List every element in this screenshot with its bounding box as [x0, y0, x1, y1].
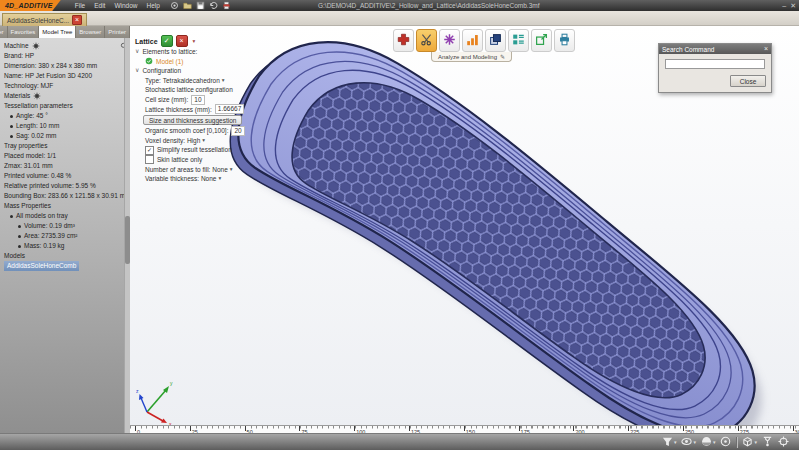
search-dialog-close-button[interactable]: Close: [730, 75, 766, 87]
visibility-eye-button[interactable]: ▾: [681, 433, 696, 450]
areas-to-fill-dropdown[interactable]: None: [212, 165, 228, 175]
apply-button[interactable]: ✓: [161, 35, 173, 47]
chevron-down-icon[interactable]: ▾: [674, 439, 677, 445]
view-cube-button[interactable]: ▾: [742, 433, 757, 450]
tree-row[interactable]: All models on tray: [4, 211, 128, 221]
tree-row[interactable]: Sag: 0.02 mm: [4, 131, 128, 141]
gear-icon[interactable]: [32, 42, 40, 50]
tab-favorites[interactable]: Favorites: [8, 26, 40, 38]
thickness-input[interactable]: 1.66667: [215, 104, 245, 114]
cancel-button[interactable]: ×: [176, 35, 188, 47]
menu-edit[interactable]: Edit: [94, 0, 105, 11]
light-sphere-button[interactable]: [720, 433, 731, 450]
crosshair-target-button[interactable]: [778, 433, 789, 450]
ruler-tick: [519, 426, 520, 431]
settings-icon[interactable]: [170, 1, 179, 10]
print-icon[interactable]: [222, 1, 231, 10]
lattice-tool-button[interactable]: [439, 29, 460, 52]
type-dropdown[interactable]: Tetrakaidecahedron: [163, 76, 220, 86]
collapse-icon[interactable]: ∨: [135, 47, 139, 57]
tree-row[interactable]: Tray properties: [4, 141, 128, 151]
lattice-model-item[interactable]: Model (1): [135, 57, 269, 67]
variable-thickness-dropdown[interactable]: None: [201, 174, 217, 184]
menu-window[interactable]: Window: [114, 0, 137, 11]
bullet-icon: [10, 125, 13, 128]
menu-help[interactable]: Help: [147, 0, 160, 11]
simplify-checkbox[interactable]: ✓: [145, 146, 154, 155]
stochastic-config-link[interactable]: Stochastic lattice configuration: [145, 85, 233, 95]
type-label: Type:: [145, 76, 161, 86]
tab-explorer[interactable]: Explorer: [0, 26, 8, 38]
tree-row[interactable]: Brand: HP: [4, 51, 128, 61]
search-command-input[interactable]: [665, 59, 765, 69]
menu-file[interactable]: File: [75, 0, 85, 11]
tree-row[interactable]: AddidasSoleHoneComb: [4, 261, 128, 271]
repair-tool-button[interactable]: [393, 29, 414, 52]
tree-row[interactable]: Technology: MJF: [4, 81, 128, 91]
chevron-down-icon: ▾: [218, 174, 221, 184]
document-tab-label: AddidasSoleHoneC...: [7, 17, 69, 24]
cut-tool-button[interactable]: [416, 29, 437, 52]
undo-icon[interactable]: [209, 1, 218, 10]
tree-row[interactable]: Mass Properties: [4, 201, 128, 211]
tree-row[interactable]: Volume: 0.19 dm³: [4, 221, 128, 231]
minimize-button[interactable]: –: [782, 0, 786, 11]
bullet-icon: [18, 245, 21, 248]
search-dialog-close-icon[interactable]: ×: [764, 44, 768, 54]
close-button[interactable]: ✕: [790, 0, 796, 11]
tree-row[interactable]: Models: [4, 251, 128, 261]
tree-row[interactable]: Zmax: 31.01 mm: [4, 161, 128, 171]
export-tool-button[interactable]: [531, 29, 552, 52]
voxel-density-dropdown[interactable]: High: [187, 136, 200, 146]
gear-icon[interactable]: [33, 92, 41, 100]
filter-funnel-button[interactable]: ▾: [662, 433, 677, 450]
printer-3d-button[interactable]: [762, 433, 773, 450]
menubar-icons: [170, 1, 231, 10]
document-tab[interactable]: AddidasSoleHoneC... ×: [2, 13, 87, 26]
tab-model-tree[interactable]: Model Tree: [39, 26, 76, 38]
print-tool-button[interactable]: [554, 29, 575, 52]
collapse-icon[interactable]: ∨: [135, 66, 139, 76]
ribbon-tab-analyze[interactable]: Analyze and Modeling ✎: [431, 52, 512, 62]
tree-row[interactable]: Relative printed volume: 5.95 %: [4, 181, 128, 191]
search-command-dialog: Search Command × Close: [658, 43, 772, 93]
tree-row[interactable]: Mass: 0.19 kg: [4, 241, 128, 251]
copy-tool-button[interactable]: [485, 29, 506, 52]
menu-bar: 4D_ADDITIVE FileEditWindowHelp G:\DEMO\4…: [0, 0, 799, 11]
nesting-tool-button[interactable]: [508, 29, 529, 52]
chevron-down-icon[interactable]: ▾: [693, 439, 696, 445]
voxel-density-label: Voxel density:: [145, 136, 185, 146]
tree-row[interactable]: Dimension: 380 x 284 x 380 mm: [4, 61, 128, 71]
cell-size-input[interactable]: 10: [191, 95, 204, 105]
tree-row[interactable]: Machine: [4, 41, 128, 51]
open-folder-icon[interactable]: [183, 1, 192, 10]
tab-printer[interactable]: Printer: [105, 26, 130, 38]
save-icon[interactable]: [196, 1, 205, 10]
status-bar: ▾▾▾▾: [0, 433, 799, 450]
tree-row[interactable]: Printed volume: 0.48 %: [4, 171, 128, 181]
analysis-tool-button[interactable]: [462, 29, 483, 52]
search-dialog-title: Search Command: [662, 46, 714, 53]
tree-row[interactable]: Tessellation parameters: [4, 101, 128, 111]
viewport-3d[interactable]: Lattice ✓ × ▾ ∨Elements to lattice: Mode…: [130, 26, 799, 425]
tree-row[interactable]: Materials: [4, 91, 128, 101]
tree-row[interactable]: Bounding Box: 283.66 x 121.58 x 30.91 mm: [4, 191, 128, 201]
shaded-sphere-button[interactable]: ▾: [701, 433, 716, 450]
chevron-down-icon[interactable]: ▾: [713, 439, 716, 445]
search-dialog-titlebar[interactable]: Search Command ×: [659, 44, 771, 54]
close-tab-icon[interactable]: ×: [72, 15, 82, 25]
chevron-down-icon[interactable]: ▾: [193, 38, 196, 44]
tree-row-label: Mass Properties: [4, 201, 51, 211]
organic-smooth-input[interactable]: 20: [231, 126, 244, 136]
crosshair-target-icon: [778, 433, 789, 450]
chevron-down-icon[interactable]: ▾: [754, 439, 757, 445]
tree-row[interactable]: Placed model: 1/1: [4, 151, 128, 161]
tree-item-selected[interactable]: AddidasSoleHoneComb: [4, 261, 79, 271]
tree-row[interactable]: Area: 2735.39 cm²: [4, 231, 128, 241]
tree-row[interactable]: Length: 10 mm: [4, 121, 128, 131]
tab-browser[interactable]: Browser: [76, 26, 105, 38]
tree-row[interactable]: Name: HP Jet Fusion 3D 4200: [4, 71, 128, 81]
skin-lattice-checkbox[interactable]: [145, 155, 154, 164]
size-thickness-suggestion-button[interactable]: Size and thickness suggestion: [143, 115, 242, 125]
tree-row[interactable]: Angle: 45 °: [4, 111, 128, 121]
